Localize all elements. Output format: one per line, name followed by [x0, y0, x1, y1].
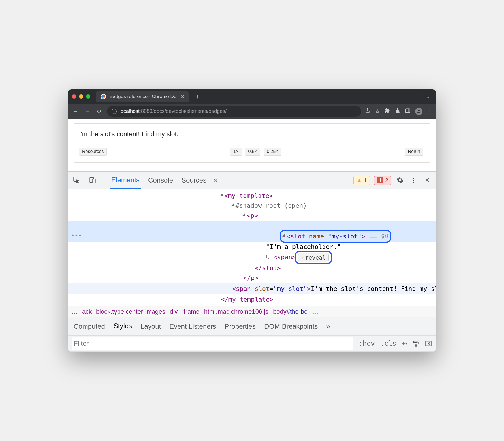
address-bar: ← → ⟳ i localhost:8080/docs/devtools/ele…	[68, 104, 436, 119]
subtab-more[interactable]: »	[326, 321, 330, 332]
reveal-badge[interactable]: ⌖reveal	[298, 253, 329, 262]
demo-toolbar: Resources 1× 0.5× 0.25× Rerun	[79, 148, 425, 156]
settings-icon[interactable]	[395, 175, 405, 185]
zoom-1x[interactable]: 1×	[230, 148, 242, 156]
close-window-icon[interactable]	[72, 94, 76, 99]
demo-text: I'm the slot's content! Find my slot.	[79, 130, 425, 138]
forward-icon[interactable]: →	[83, 108, 92, 115]
subtab-dom-breakpoints[interactable]: DOM Breakpoints	[264, 321, 318, 332]
maximize-window-icon[interactable]	[86, 94, 90, 99]
svg-point-2	[418, 110, 420, 111]
styles-subtabs: Computed Styles Layout Event Listeners P…	[68, 317, 436, 336]
extensions-icon[interactable]	[385, 108, 390, 115]
tab-console[interactable]: Console	[147, 172, 174, 188]
zoom-05x[interactable]: 0.5×	[245, 148, 260, 156]
new-style-rule-icon[interactable]: +▾	[402, 340, 407, 347]
tab-title: Badges reference - Chrome De	[110, 94, 176, 99]
dom-tree[interactable]: <my-template> #shadow-root (open) <p> ••…	[68, 189, 436, 306]
bookmark-icon[interactable]: ☆	[375, 108, 380, 115]
url-host: localhost	[119, 108, 140, 114]
toolbar-icons: ☆ ⋮	[365, 108, 433, 115]
profile-avatar-icon[interactable]	[415, 108, 422, 115]
resources-button[interactable]: Resources	[79, 148, 107, 156]
subtab-properties[interactable]: Properties	[224, 321, 256, 332]
subtab-event-listeners[interactable]: Event Listeners	[169, 321, 217, 332]
paint-icon[interactable]	[412, 340, 420, 347]
labs-icon[interactable]	[395, 108, 400, 115]
selected-row[interactable]: ••• <slot name="my-slot"> == $0	[68, 221, 436, 242]
cls-toggle[interactable]: .cls	[380, 340, 396, 347]
minimize-window-icon[interactable]	[79, 94, 83, 99]
devtools-panel: Elements Console Sources » ▲1 !2 ⋮ ✕ <my…	[68, 171, 436, 352]
breadcrumb-left-dots[interactable]: …	[71, 308, 78, 315]
window-controls	[72, 94, 90, 99]
subtab-styles[interactable]: Styles	[113, 320, 133, 332]
dom-breadcrumb[interactable]: … ack--block.type.center-images div ifra…	[68, 306, 436, 317]
close-tab-icon[interactable]: ✕	[180, 94, 185, 100]
devtools-tabbar: Elements Console Sources » ▲1 !2 ⋮ ✕	[68, 172, 436, 189]
rerun-button[interactable]: Rerun	[405, 148, 423, 156]
share-icon[interactable]	[365, 108, 370, 115]
back-icon[interactable]: ←	[71, 108, 80, 115]
page-content: I'm the slot's content! Find my slot. Re…	[68, 119, 436, 171]
panel-icon[interactable]	[405, 108, 411, 115]
zoom-025x[interactable]: 0.25×	[264, 148, 281, 156]
errors-badge[interactable]: !2	[374, 176, 391, 185]
url-input[interactable]: i localhost:8080/docs/devtools/elements/…	[107, 106, 361, 117]
tab-elements[interactable]: Elements	[110, 172, 141, 189]
styles-filter-input[interactable]	[72, 337, 353, 350]
tab-sources[interactable]: Sources	[180, 172, 208, 188]
site-info-icon[interactable]: i	[112, 109, 117, 114]
new-tab-button[interactable]: ＋	[191, 92, 203, 101]
menu-icon[interactable]: ⋮	[427, 108, 433, 115]
subtab-computed[interactable]: Computed	[73, 321, 106, 332]
demo-box: I'm the slot's content! Find my slot. Re…	[74, 123, 430, 163]
toggle-sidebar-icon[interactable]	[425, 340, 432, 347]
svg-rect-5	[92, 179, 95, 183]
tab-strip: Badges reference - Chrome De ✕ ＋ ⌄	[68, 89, 436, 104]
tabs-dropdown-icon[interactable]: ⌄	[424, 94, 432, 99]
row-actions-icon[interactable]: •••	[71, 231, 82, 241]
device-toggle-icon[interactable]	[88, 175, 97, 185]
svg-rect-6	[415, 345, 417, 346]
svg-rect-0	[406, 109, 410, 113]
chrome-icon	[101, 94, 106, 99]
subtab-layout[interactable]: Layout	[140, 321, 161, 332]
reload-icon[interactable]: ⟳	[95, 108, 104, 115]
inspect-icon[interactable]	[72, 175, 82, 185]
hov-toggle[interactable]: :hov	[358, 340, 375, 347]
browser-window: Badges reference - Chrome De ✕ ＋ ⌄ ← → ⟳…	[68, 89, 436, 352]
kebab-icon[interactable]: ⋮	[409, 175, 418, 185]
more-tabs-icon[interactable]: »	[214, 176, 217, 184]
warnings-badge[interactable]: ▲1	[353, 176, 370, 185]
breadcrumb-right-dots[interactable]: …	[312, 308, 318, 315]
browser-tab[interactable]: Badges reference - Chrome De ✕	[96, 91, 189, 102]
close-devtools-icon[interactable]: ✕	[422, 175, 432, 185]
styles-filter-row: :hov .cls +▾	[68, 336, 436, 352]
